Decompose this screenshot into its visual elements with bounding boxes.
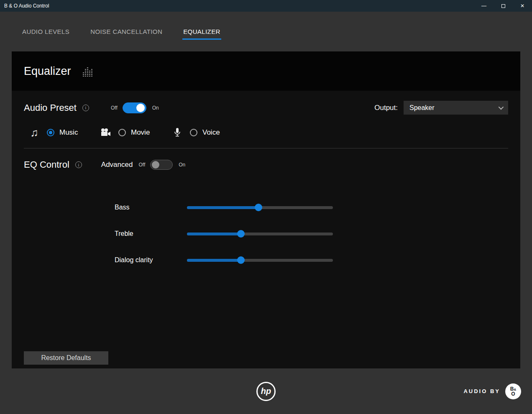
- hp-logo-text: hp: [261, 386, 271, 396]
- audio-preset-info-icon[interactable]: i: [82, 105, 89, 111]
- tab-bar: AUDIO LEVELS NOISE CANCELLATION EQUALIZE…: [0, 12, 532, 51]
- footer: hp AUDIO BY B& O: [0, 368, 532, 414]
- section-divider: [24, 148, 508, 148]
- equalizer-panel: Equalizer Audio Preset i Off On Output: …: [12, 51, 520, 368]
- hp-logo: hp: [256, 382, 276, 401]
- chevron-down-icon: [499, 105, 504, 110]
- bass-slider[interactable]: [187, 206, 333, 209]
- page-title: Equalizer: [24, 65, 71, 78]
- eq-control-info-icon[interactable]: i: [75, 161, 82, 168]
- advanced-toggle[interactable]: [150, 160, 173, 170]
- window-title: B & O Audio Control: [0, 3, 474, 9]
- maximize-button[interactable]: [494, 0, 513, 12]
- close-button[interactable]: ✕: [513, 0, 532, 12]
- tab-equalizer[interactable]: EQUALIZER: [182, 24, 221, 40]
- audio-by-label: AUDIO BY: [463, 388, 500, 394]
- music-note-icon: ♫: [28, 127, 40, 138]
- audio-preset-off-label: Off: [111, 105, 118, 111]
- treble-slider-thumb[interactable]: [237, 230, 245, 238]
- tab-noise-cancellation[interactable]: NOISE CANCELLATION: [90, 24, 163, 40]
- toggle-knob: [136, 104, 145, 112]
- minimize-icon: —: [481, 3, 486, 9]
- dialog-clarity-label: Dialog clarity: [115, 256, 187, 264]
- bass-slider-row: Bass: [24, 202, 508, 213]
- bass-label: Bass: [115, 204, 187, 211]
- preset-options-row: ♫ Music Movie: [24, 127, 508, 138]
- output-dropdown-value: Speaker: [409, 104, 435, 112]
- panel-body: Audio Preset i Off On Output: Speaker ♫ …: [12, 101, 520, 378]
- title-bar: B & O Audio Control — ✕: [0, 0, 532, 12]
- movie-label: Movie: [131, 128, 150, 137]
- advanced-off-label: Off: [138, 162, 145, 168]
- treble-slider[interactable]: [187, 233, 333, 235]
- equalizer-bars-icon: [83, 66, 92, 77]
- slider-fill: [187, 259, 241, 262]
- close-icon: ✕: [520, 3, 524, 9]
- movie-camera-icon: [100, 128, 112, 137]
- minimize-button[interactable]: —: [474, 0, 494, 12]
- audio-preset-title: Audio Preset: [24, 102, 77, 113]
- audio-preset-on-label: On: [152, 105, 159, 111]
- preset-option-movie[interactable]: Movie: [100, 128, 171, 137]
- restore-defaults-button[interactable]: Restore Defaults: [24, 351, 108, 365]
- advanced-label: Advanced: [101, 161, 133, 169]
- audio-preset-toggle[interactable]: [123, 102, 146, 113]
- movie-radio: [118, 129, 126, 136]
- eq-sliders: Bass Treble Dialog clarity: [24, 202, 508, 266]
- preset-option-voice[interactable]: Voice: [171, 128, 243, 138]
- slider-fill: [187, 233, 241, 235]
- output-label: Output:: [374, 104, 398, 112]
- preset-option-music[interactable]: ♫ Music: [28, 127, 100, 138]
- output-dropdown[interactable]: Speaker: [404, 101, 508, 115]
- slider-fill: [187, 206, 258, 209]
- toggle-knob: [152, 161, 159, 169]
- advanced-on-label: On: [179, 162, 185, 168]
- bass-slider-thumb[interactable]: [255, 204, 262, 211]
- tab-audio-levels[interactable]: AUDIO LEVELS: [21, 24, 70, 40]
- bo-logo: B& O: [505, 383, 521, 399]
- music-label: Music: [59, 128, 78, 137]
- microphone-icon: [171, 128, 183, 138]
- dialog-clarity-slider-thumb[interactable]: [237, 256, 245, 264]
- voice-label: Voice: [202, 128, 220, 137]
- output-group: Output: Speaker: [374, 101, 508, 115]
- music-radio: [47, 129, 54, 136]
- bo-logo-line2: O: [511, 392, 515, 396]
- treble-slider-row: Treble: [24, 228, 508, 239]
- eq-control-row: EQ Control i Advanced Off On: [24, 159, 508, 170]
- voice-radio: [190, 129, 197, 136]
- dialog-clarity-slider-row: Dialog clarity: [24, 255, 508, 266]
- dialog-clarity-slider[interactable]: [187, 259, 333, 262]
- panel-header: Equalizer: [12, 51, 520, 91]
- treble-label: Treble: [115, 230, 187, 238]
- eq-control-title: EQ Control: [24, 159, 69, 170]
- audio-preset-row: Audio Preset i Off On Output: Speaker: [24, 101, 508, 115]
- maximize-icon: [501, 4, 505, 8]
- audio-by-group: AUDIO BY B& O: [463, 383, 521, 399]
